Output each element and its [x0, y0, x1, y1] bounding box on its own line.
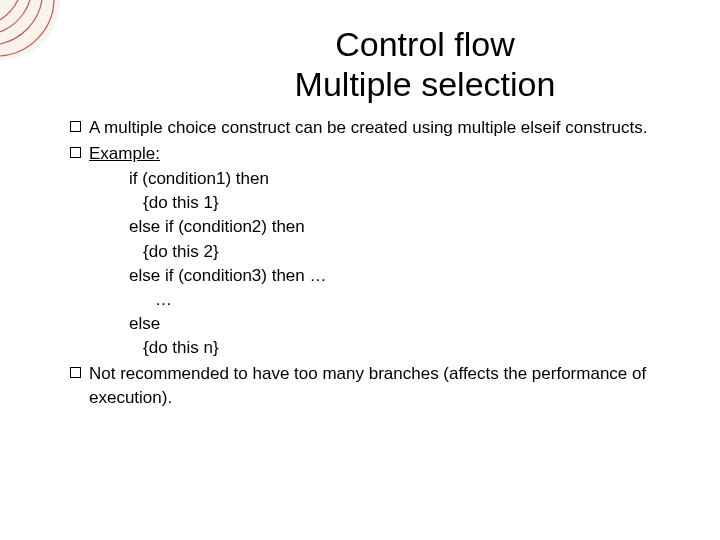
example-code: if (condition1) then {do this 1} else if…: [89, 167, 680, 360]
code-line-1: if (condition1) then: [89, 167, 680, 191]
square-bullet-icon: [70, 367, 81, 378]
code-line-6: …: [89, 288, 680, 312]
corner-decoration: [0, 0, 60, 60]
bullet-1-seg-c: constructs.: [561, 118, 648, 137]
code-line-5: else if (condition3) then …: [89, 264, 680, 288]
bullet-2: Example: if (condition1) then {do this 1…: [70, 142, 680, 360]
bullet-2-text: Example: if (condition1) then {do this 1…: [89, 142, 680, 360]
bullet-1: A multiple choice construct can be creat…: [70, 116, 680, 139]
bullet-1-seg-b: elseif: [521, 118, 561, 137]
bullet-3-text: Not recommended to have too many branche…: [89, 362, 680, 409]
bullet-2-label: Example:: [89, 144, 160, 163]
code-line-7: else: [89, 312, 680, 336]
bullet-1-seg-a: A multiple choice construct can be creat…: [89, 118, 521, 137]
slide-body: A multiple choice construct can be creat…: [0, 114, 720, 409]
title-line-2: Multiple selection: [165, 64, 685, 104]
code-line-8: {do this n}: [89, 336, 680, 360]
square-bullet-icon: [70, 147, 81, 158]
code-line-2: {do this 1}: [89, 191, 680, 215]
code-line-3: else if (condition2) then: [89, 215, 680, 239]
slide-title: Control flow Multiple selection: [165, 0, 685, 114]
code-line-4: {do this 2}: [89, 240, 680, 264]
bullet-3: Not recommended to have too many branche…: [70, 362, 680, 409]
title-line-1: Control flow: [165, 24, 685, 64]
square-bullet-icon: [70, 121, 81, 132]
bullet-1-text: A multiple choice construct can be creat…: [89, 116, 680, 139]
